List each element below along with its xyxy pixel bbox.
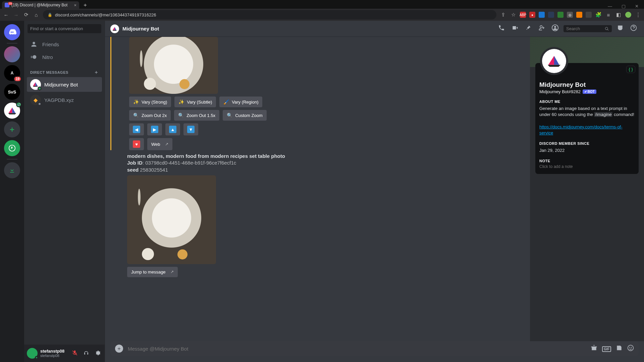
dm-item-yagpdb[interactable]: ◆ YAGPDB.xyz bbox=[27, 93, 102, 107]
button-label: Jump to message bbox=[131, 269, 166, 275]
nitro-nav[interactable]: Nitro bbox=[27, 51, 102, 63]
pinned-messages-button[interactable] bbox=[523, 24, 533, 33]
jump-to-message-button[interactable]: Jump to message↗ bbox=[127, 267, 178, 277]
share-icon[interactable]: ⇪ bbox=[500, 12, 506, 18]
extensions-icon[interactable]: 🧩 bbox=[595, 12, 602, 18]
message-list[interactable]: ✨Vary (Strong) ✨Vary (Subtle) 🖌️Vary (Re… bbox=[105, 37, 530, 341]
close-window-icon[interactable]: ✕ bbox=[635, 4, 639, 9]
guild-item[interactable]: A19 bbox=[4, 65, 20, 81]
reading-list-icon[interactable]: ≡ bbox=[605, 12, 612, 18]
profile-name: Midjourney Bot bbox=[539, 81, 635, 88]
voice-call-button[interactable] bbox=[496, 24, 506, 33]
browser-tab[interactable]: (19) Discord | @Midjourney Bot × bbox=[2, 1, 79, 9]
generated-image[interactable] bbox=[129, 37, 218, 94]
profile-avatar-icon[interactable] bbox=[625, 12, 631, 18]
inbox-button[interactable] bbox=[615, 24, 625, 33]
discord-home-button[interactable] bbox=[4, 24, 20, 40]
close-tab-icon[interactable]: × bbox=[74, 3, 76, 8]
self-avatar[interactable] bbox=[27, 348, 38, 359]
home-button[interactable]: ⌂ bbox=[33, 12, 40, 18]
extension-icon[interactable] bbox=[539, 12, 545, 18]
create-dm-button[interactable]: ＋ bbox=[94, 69, 99, 75]
button-label: Vary (Region) bbox=[232, 100, 258, 105]
svg-rect-3 bbox=[31, 57, 33, 58]
maximize-icon[interactable]: ▢ bbox=[622, 4, 626, 9]
guild-item[interactable]: SvS bbox=[4, 84, 20, 100]
profile-discriminator: Midjourney Bot#9282 bbox=[539, 89, 581, 94]
explore-servers-button[interactable] bbox=[4, 140, 20, 156]
gift-button[interactable] bbox=[591, 345, 597, 353]
midjourney-avatar-icon bbox=[546, 53, 562, 69]
button-label: Web bbox=[151, 142, 160, 147]
deafen-button[interactable] bbox=[82, 350, 91, 357]
vary-subtle-button[interactable]: ✨Vary (Subtle) bbox=[174, 97, 216, 107]
sidepanel-icon[interactable]: ◧ bbox=[615, 12, 622, 18]
search-field[interactable] bbox=[566, 26, 605, 31]
web-button[interactable]: Web↗ bbox=[147, 138, 172, 150]
zoom-out-2x-button[interactable]: 🔍Zoom Out 2x bbox=[129, 110, 171, 121]
search-icon bbox=[605, 26, 609, 31]
search-input[interactable] bbox=[564, 25, 612, 32]
minimize-icon[interactable]: — bbox=[608, 4, 612, 9]
sticker-button[interactable] bbox=[616, 345, 623, 353]
gift-icon bbox=[591, 345, 597, 351]
pan-up-button[interactable]: ▲ bbox=[165, 123, 180, 135]
pan-down-button[interactable]: ▼ bbox=[183, 123, 198, 135]
extension-icon[interactable] bbox=[576, 12, 582, 18]
dm-item-midjourney[interactable]: Midjourney Bot bbox=[27, 77, 102, 92]
pan-left-button[interactable]: ◀ bbox=[129, 123, 144, 135]
forward-button[interactable]: → bbox=[13, 12, 19, 18]
svg-point-11 bbox=[629, 347, 630, 348]
discord-logo-icon bbox=[8, 28, 16, 37]
extension-icon[interactable]: ● bbox=[529, 12, 535, 18]
mute-mic-button[interactable] bbox=[70, 350, 79, 357]
svg-point-12 bbox=[631, 347, 632, 348]
emoji-button[interactable] bbox=[627, 345, 634, 353]
friends-nav[interactable]: Friends bbox=[27, 38, 102, 51]
add-server-button[interactable]: ＋ bbox=[4, 121, 20, 137]
user-settings-button[interactable] bbox=[93, 350, 102, 357]
chrome-menu-icon[interactable]: ⋮ bbox=[635, 12, 641, 18]
vary-strong-button[interactable]: ✨Vary (Strong) bbox=[129, 97, 171, 107]
guild-rail: A19 SvS 🔊 ＋ bbox=[0, 21, 24, 362]
generated-image[interactable] bbox=[127, 175, 216, 264]
custom-zoom-button[interactable]: 🔍Custom Zoom bbox=[223, 110, 267, 121]
profile-panel: { } Midjourney Bot Midjourney Bot#9282 ✔… bbox=[530, 37, 644, 341]
bookmark-icon[interactable]: ☆ bbox=[510, 12, 517, 18]
extension-icon[interactable] bbox=[557, 12, 564, 18]
new-tab-button[interactable]: ＋ bbox=[83, 2, 88, 9]
prompt-text: modern dishes, modern food from modern r… bbox=[127, 153, 285, 159]
midjourney-guild-icon bbox=[7, 106, 17, 116]
reload-button[interactable]: ⟳ bbox=[23, 12, 30, 18]
attach-button[interactable]: ＋ bbox=[115, 345, 123, 353]
note-input[interactable] bbox=[539, 164, 635, 169]
abp-extension-icon[interactable]: ABP bbox=[520, 12, 526, 18]
tos-link[interactable]: https://docs.midjourney.com/docs/terms-o… bbox=[539, 124, 623, 135]
nitro-label: Nitro bbox=[42, 54, 53, 60]
zoom-out-1-5x-button[interactable]: 🔍Zoom Out 1.5x bbox=[174, 110, 219, 121]
guild-item[interactable]: 🔊 bbox=[4, 103, 20, 119]
favorite-button[interactable]: ♥ bbox=[129, 138, 144, 150]
find-conversation-input[interactable]: Find or start a conversation bbox=[28, 24, 101, 33]
member-since-value: Jan 29, 2022 bbox=[539, 147, 635, 154]
back-button[interactable]: ← bbox=[3, 12, 9, 18]
gif-button[interactable]: GIF bbox=[602, 345, 611, 352]
extension-icon[interactable] bbox=[548, 12, 554, 18]
profile-avatar[interactable] bbox=[540, 47, 568, 75]
about-me-text: Generate an image based on a text prompt… bbox=[539, 106, 635, 136]
extension-icon[interactable] bbox=[586, 12, 592, 18]
address-bar[interactable]: 🔒 discord.com/channels/@me/1063443749197… bbox=[43, 10, 496, 19]
extension-icon[interactable]: ◎ bbox=[567, 12, 573, 18]
user-profile-button[interactable] bbox=[550, 24, 560, 33]
video-call-button[interactable] bbox=[510, 24, 520, 33]
pan-right-button[interactable]: ▶ bbox=[147, 123, 162, 135]
download-apps-button[interactable] bbox=[4, 162, 20, 178]
guild-item[interactable] bbox=[4, 46, 20, 62]
self-names[interactable]: stefanstp08 stefanstp08 bbox=[40, 349, 68, 358]
message-input[interactable] bbox=[128, 346, 586, 352]
emoji-icon bbox=[627, 345, 634, 351]
help-button[interactable] bbox=[629, 24, 639, 33]
yagpdb-avatar-icon: ◆ bbox=[34, 97, 38, 103]
vary-region-button[interactable]: 🖌️Vary (Region) bbox=[219, 97, 262, 107]
add-friends-button[interactable] bbox=[537, 24, 547, 33]
